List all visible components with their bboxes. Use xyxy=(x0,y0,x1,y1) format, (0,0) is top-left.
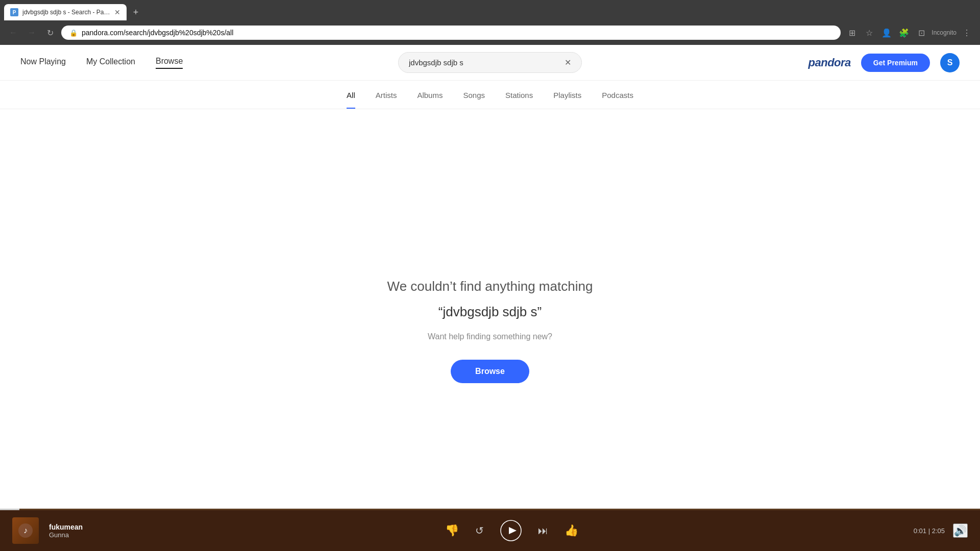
player-controls: 👎 ↺ ⏭ 👍 xyxy=(120,520,903,541)
tab-podcasts[interactable]: Podcasts xyxy=(602,91,633,109)
player-time: 0:01 | 2:05 xyxy=(914,527,945,535)
svg-marker-3 xyxy=(509,527,517,534)
player-current-time: 0:01 xyxy=(914,527,926,535)
no-results-panel: We couldn’t find anything matching “jdvb… xyxy=(387,277,593,383)
player-thumb-placeholder: ♪ xyxy=(12,517,39,544)
tab-songs[interactable]: Songs xyxy=(463,91,485,109)
replay-button[interactable]: ↺ xyxy=(475,524,484,537)
thumbs-up-button[interactable]: 👍 xyxy=(565,524,578,537)
search-box: ✕ xyxy=(398,52,582,73)
search-container: ✕ xyxy=(398,52,582,73)
forward-button[interactable]: → xyxy=(24,26,39,40)
new-tab-button[interactable]: + xyxy=(129,5,143,19)
tab-title: jdvbgsdjb sdjb s - Search - Pan... xyxy=(22,9,110,16)
play-icon xyxy=(500,520,522,541)
skip-button[interactable]: ⏭ xyxy=(538,525,548,537)
player-song-title: fukumean xyxy=(49,523,110,531)
pandora-app: Now Playing My Collection Browse ✕ pando… xyxy=(0,45,980,551)
refresh-button[interactable]: ↻ xyxy=(43,26,57,40)
back-button[interactable]: ← xyxy=(6,26,20,40)
player-artist-name: Gunna xyxy=(49,531,110,539)
menu-icon[interactable]: ⋮ xyxy=(960,26,974,40)
bookmark-icon[interactable]: ☆ xyxy=(862,26,876,40)
player-right: 0:01 | 2:05 🔊 xyxy=(914,523,968,538)
my-collection-nav[interactable]: My Collection xyxy=(86,57,135,68)
tab-albums[interactable]: Albums xyxy=(417,91,443,109)
music-icon: ♪ xyxy=(18,523,33,538)
tab-bar: P jdvbgsdjb sdjb s - Search - Pan... ✕ + xyxy=(0,0,980,20)
player-thumbnail: ♪ xyxy=(12,517,39,544)
browser-chrome: P jdvbgsdjb sdjb s - Search - Pan... ✕ +… xyxy=(0,0,980,45)
browser-nav-bar: ← → ↻ 🔒 pandora.com/search/jdvbgsdjb%20s… xyxy=(0,20,980,45)
tab-artists[interactable]: Artists xyxy=(376,91,397,109)
tab-close-button[interactable]: ✕ xyxy=(114,8,120,16)
tab-playlists[interactable]: Playlists xyxy=(553,91,581,109)
top-nav-right: pandora Get Premium S xyxy=(808,53,960,72)
tab-stations[interactable]: Stations xyxy=(505,91,533,109)
pandora-logo: pandora xyxy=(808,56,851,69)
extension2-icon[interactable]: 🧩 xyxy=(897,26,911,40)
extension-icon[interactable]: ⊞ xyxy=(845,26,859,40)
volume-button[interactable]: 🔊 xyxy=(953,523,968,538)
tab-all[interactable]: All xyxy=(347,91,355,109)
profile-icon[interactable]: 👤 xyxy=(879,26,894,40)
search-clear-button[interactable]: ✕ xyxy=(565,58,571,67)
get-premium-button[interactable]: Get Premium xyxy=(861,54,930,72)
browse-button[interactable]: Browse xyxy=(451,360,529,383)
no-results-help: Want help finding something new? xyxy=(387,332,593,341)
search-input[interactable] xyxy=(409,58,560,67)
no-results-message: We couldn’t find anything matching xyxy=(387,277,593,295)
user-avatar[interactable]: S xyxy=(940,53,960,72)
main-content: We couldn’t find anything matching “jdvb… xyxy=(0,109,980,551)
top-nav: Now Playing My Collection Browse ✕ pando… xyxy=(0,45,980,81)
address-bar[interactable]: 🔒 pandora.com/search/jdvbgsdjb%20sdjb%20… xyxy=(61,26,841,40)
top-nav-left: Now Playing My Collection Browse xyxy=(20,57,183,69)
player-total-time: 2:05 xyxy=(932,527,945,535)
browse-nav[interactable]: Browse xyxy=(156,57,183,69)
player-info: fukumean Gunna xyxy=(49,523,110,539)
filter-tabs: All Artists Albums Songs Stations Playli… xyxy=(0,81,980,109)
player-bar: ♪ fukumean Gunna 👎 ↺ ⏭ 👍 0:01 | 2:05 🔊 xyxy=(0,510,980,551)
now-playing-nav[interactable]: Now Playing xyxy=(20,57,66,68)
tab-favicon: P xyxy=(10,8,18,16)
thumbs-down-button[interactable]: 👎 xyxy=(445,524,459,537)
play-pause-button[interactable] xyxy=(500,520,522,541)
incognito-text: Incognito xyxy=(932,29,957,36)
lock-icon: 🔒 xyxy=(69,29,78,37)
browser-nav-right: ⊞ ☆ 👤 🧩 ⊡ Incognito ⋮ xyxy=(845,26,974,40)
customize-icon[interactable]: ⊡ xyxy=(914,26,928,40)
svg-text:♪: ♪ xyxy=(23,526,28,535)
active-tab[interactable]: P jdvbgsdjb sdjb s - Search - Pan... ✕ xyxy=(4,4,127,20)
url-text: pandora.com/search/jdvbgsdjb%20sdjb%20s/… xyxy=(82,29,832,37)
no-results-query: “jdvbgsdjb sdjb s” xyxy=(387,304,593,320)
player-time-separator: | xyxy=(928,527,932,535)
